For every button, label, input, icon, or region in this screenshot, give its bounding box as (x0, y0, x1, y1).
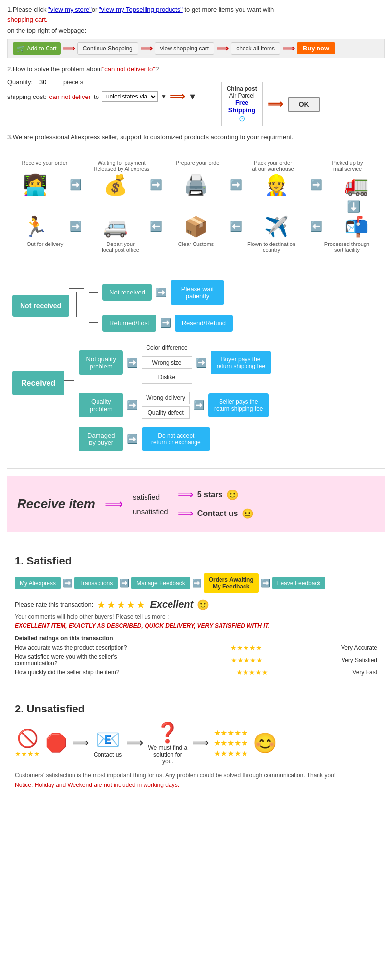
r2-stars: ★★★★★ (231, 656, 263, 664)
tab-arrow1: ➡️ (63, 578, 73, 588)
ok-arrow: ⟹ (268, 98, 283, 111)
unsat-arrow1: ⟹ (72, 736, 89, 750)
ok-button[interactable]: OK (288, 97, 320, 112)
not-received-main: Not received (12, 295, 69, 317)
buy-now-btn[interactable]: Buy now (297, 42, 335, 54)
solution-label: We must find a solution for you. (148, 744, 187, 765)
rating-item-2: How satisfied were you with the seller's… (15, 653, 377, 667)
select-arrow[interactable]: ▼ (161, 93, 167, 100)
qty-input[interactable] (36, 77, 60, 87)
wrong-delivery-box: Wrong delivery (142, 392, 190, 404)
proc-label-4: Picked up bymail service (320, 160, 374, 172)
section3-text: 3.We are professional Aliexpress seller,… (7, 132, 385, 142)
unsat-arrow2: ⟹ (126, 736, 143, 750)
proc-icon-b1: 🚐 (94, 215, 138, 238)
section1-note: on the top right of webpage: (7, 26, 385, 36)
qp-arrow2: ➡️ (194, 400, 204, 411)
detailed-title: Detailed ratings on this transaction (15, 635, 377, 642)
proc-label-b2: Clear Customs (169, 241, 223, 253)
ri-arrow2: ⟹ (178, 507, 194, 520)
no-sign-icon: 🚫 (17, 728, 39, 749)
cart-flow: 🛒 Add to Cart ⟹ Continue Shopping ⟹ view… (7, 39, 385, 58)
topselling-link[interactable]: "view my Topselling products" (99, 6, 183, 13)
unsat-stop-icon: 🛑 (45, 733, 67, 753)
satisfied-label: satisfied (133, 493, 160, 501)
proc-icon-2: 🖨️ (174, 173, 218, 196)
received-section: Received Not qualityproblem ➡️ (7, 337, 385, 461)
receive-item-section: Receive item ⟹ satisfied unsatisfied ⟹ 5… (7, 476, 385, 532)
quality-problem-box: Qualityproblem (79, 393, 123, 417)
rating-row: Please rate this transaction: ★★★★★ Exce… (15, 599, 377, 611)
proc-icon-b2: 📦 (174, 215, 218, 238)
section2: 2.How to solve the problem about"can not… (7, 64, 385, 127)
tab-manage-feedback[interactable]: Manage Feedback (131, 577, 190, 589)
r1-stars: ★★★★★ (230, 644, 262, 652)
view-store-link[interactable]: "view my store" (48, 6, 92, 13)
rating-stars: ★★★★★ (97, 599, 146, 611)
check-all-btn[interactable]: check all items (231, 42, 280, 55)
tab-transactions[interactable]: Transactions (74, 577, 118, 589)
country-select[interactable]: unied states via (102, 91, 158, 102)
nqp-arrow: ➡️ (127, 357, 138, 368)
china-post-box: China post Air Parcel Free Shipping ⊙ (221, 82, 263, 126)
proc-arrow-b2: ⬅️ (230, 220, 242, 232)
damaged-box: Damagedby buyer (79, 427, 123, 451)
resend-refund-box: Resend/Refund (175, 315, 233, 332)
contact-us-text: Contact us (197, 509, 238, 518)
not-quality-box: Not qualityproblem (79, 350, 123, 375)
five-stars-text: 5 stars (197, 490, 223, 499)
notice-text: Customers' satisfaction is the most impo… (15, 771, 377, 780)
proc-label-0: Receive your order (18, 160, 72, 172)
qty-unit: piece s (63, 78, 83, 86)
unsatisfied-section: 2. Unsatisfied 🚫 ★★★★ 🛑 ⟹ 📧 Contact us ⟹… (7, 698, 385, 793)
arrow2: ⟹ (140, 43, 153, 54)
nqp-arrow2: ➡️ (196, 357, 207, 368)
r3-stars: ★★★★★ (236, 668, 268, 676)
quality-defect-box: Quality defect (142, 406, 190, 419)
tab-orders-awaiting[interactable]: Orders AwaitingMy Feedback (204, 573, 259, 593)
shipping-label: shipping cost: (7, 93, 47, 100)
proc-arrow-1: ➡️ (150, 179, 162, 191)
result-stars-2: ★★★★★ (214, 738, 248, 748)
rating-item-3: How quickly did the seller ship the item… (15, 668, 377, 676)
proc-label-1: Waiting for paymentReleased by Aliexpres… (92, 160, 151, 172)
seller-pays-box: Seller pays thereturn shipping fee (208, 393, 269, 417)
continue-shopping-btn[interactable]: Continue Shopping (77, 42, 138, 55)
proc-label-b1: Depart yourlocal post office (94, 241, 147, 253)
section1-or: or (92, 6, 99, 13)
tab-arrow2: ➡️ (120, 578, 129, 588)
tab-leave-feedback[interactable]: Leave Feedback (272, 577, 326, 589)
view-shopping-cart-btn[interactable]: view shopping cart (155, 42, 214, 55)
excellent-smiley: 🙂 (197, 599, 209, 611)
proc-arrow-2: ➡️ (230, 179, 242, 191)
dropdown-arrow2[interactable]: ▼ (188, 92, 197, 102)
buyer-pays-box: Buyer pays thereturn shipping fee (211, 351, 271, 374)
ri-arrow1: ⟹ (178, 489, 194, 501)
qty-label: Quantity: (7, 78, 33, 86)
comment-text: Your comments will help other buyers! Pl… (15, 613, 377, 620)
satisfied-section-title: 1. Satisfied (15, 555, 377, 567)
result-stars-3: ★★★★★ (214, 749, 248, 758)
qp-arrow: ➡️ (127, 400, 138, 411)
r2-result: Very Satisfied (342, 657, 377, 663)
to-text: to (94, 93, 99, 100)
happy-face-icon: 😊 (253, 732, 277, 755)
r3-result: Very Fast (352, 669, 377, 676)
receive-item-arrow: ⟹ (105, 496, 123, 512)
add-to-cart-btn[interactable]: 🛒 Add to Cart (13, 42, 61, 55)
unsatisfied-flow: 🚫 ★★★★ 🛑 ⟹ 📧 Contact us ⟹ ❓ We must find… (15, 721, 377, 765)
stars-result-group: ★★★★★ ★★★★★ ★★★★★ (214, 728, 248, 758)
section3: 3.We are professional Aliexpress seller,… (7, 132, 385, 142)
email-group: 📧 Contact us (94, 728, 122, 758)
tab-my-aliexpress[interactable]: My Aliexpress (15, 577, 61, 589)
proc-down-arrow: ⬇️ (7, 200, 385, 213)
proc-arrow-b1: ⬅️ (150, 220, 162, 232)
shopping-cart-link[interactable]: shopping cart. (7, 16, 48, 23)
unsat-stars-bottom: ★★★★ (15, 750, 40, 758)
excellent-text: Excellent (150, 599, 193, 610)
received-main: Received (12, 371, 64, 395)
proc-icon-3: 👷 (254, 173, 298, 196)
nr-arrow2: ➡️ (160, 318, 171, 328)
section1: 1.Please click "view my store"or "view m… (7, 5, 385, 58)
proc-icon-0: 👩‍💻 (13, 173, 57, 196)
